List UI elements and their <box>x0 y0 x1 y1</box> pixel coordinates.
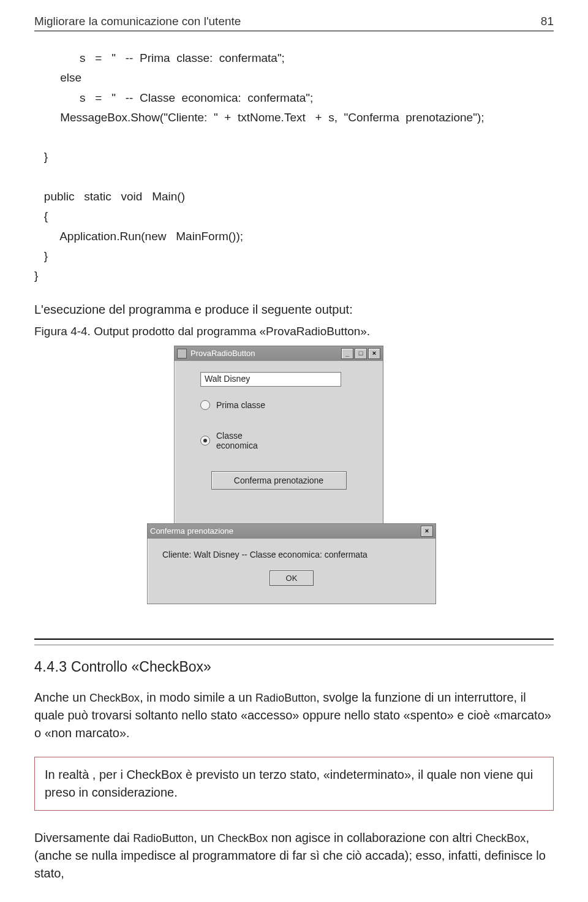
titlebar: ProvaRadioButton _ □ × <box>175 346 383 361</box>
radio-label: Classe economica <box>216 431 258 450</box>
close-button[interactable]: × <box>421 526 433 537</box>
confirm-button[interactable]: Conferma prenotazione <box>211 471 347 490</box>
header-title: Migliorare la comunicazione con l'utente <box>34 15 241 28</box>
minimize-button[interactable]: _ <box>341 348 353 359</box>
page-number: 81 <box>541 15 554 28</box>
ok-button[interactable]: OK <box>270 570 314 586</box>
section-divider <box>34 645 554 645</box>
code-block: s = " -- Prima classe: confermata"; else… <box>34 48 554 286</box>
exec-paragraph: L'esecuzione del programma e produce il … <box>34 301 554 319</box>
titlebar: Conferma prenotazione × <box>148 524 435 539</box>
system-menu-icon[interactable] <box>177 349 187 358</box>
paragraph-checkbox-intro: Anche un CheckBox, in modo simile a un R… <box>34 689 554 742</box>
window-provaradiobutton: ProvaRadioButton _ □ × Walt Disney Prima… <box>174 346 383 554</box>
name-input[interactable]: Walt Disney <box>200 372 341 387</box>
section-heading: 4.4.3 Controllo «CheckBox» <box>34 659 554 675</box>
window-title: Conferma prenotazione <box>150 526 233 536</box>
radio-classe-economica[interactable]: Classe economica <box>200 431 367 450</box>
figure-image: ProvaRadioButton _ □ × Walt Disney Prima… <box>34 346 554 609</box>
figure-caption: Figura 4-4. Output prodotto dal programm… <box>34 325 554 338</box>
maximize-button[interactable]: □ <box>355 348 367 359</box>
close-button[interactable]: × <box>368 348 380 359</box>
radio-prima-classe[interactable]: Prima classe <box>200 400 367 410</box>
paragraph-checkbox-compare: Diversamente dai RadioButton, un CheckBo… <box>34 829 554 882</box>
running-header: Migliorare la comunicazione con l'utente… <box>34 15 554 31</box>
window-title: ProvaRadioButton <box>190 349 255 358</box>
section-divider <box>34 639 554 640</box>
radio-icon <box>200 400 210 410</box>
window-messagebox: Conferma prenotazione × Cliente: Walt Di… <box>147 523 436 604</box>
messagebox-text: Cliente: Walt Disney -- Classe economica… <box>162 550 421 559</box>
radio-icon <box>200 436 210 445</box>
note-box: In realtà , per i CheckBox è previsto un… <box>34 757 554 811</box>
radio-label: Prima classe <box>216 400 265 410</box>
